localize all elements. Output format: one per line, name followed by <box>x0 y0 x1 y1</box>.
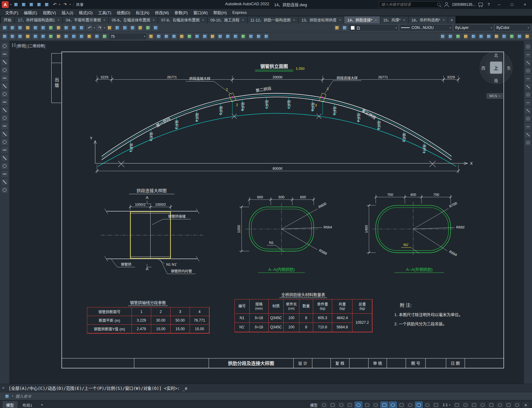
draworder-front-icon[interactable] <box>439 33 446 40</box>
menu-dimension[interactable]: 标注(N) <box>133 10 152 15</box>
stretch-icon[interactable] <box>209 33 216 40</box>
layer-states-icon[interactable] <box>341 24 348 31</box>
infer-constraints-icon[interactable] <box>337 402 345 408</box>
region-icon[interactable] <box>1 170 8 178</box>
cut-icon[interactable] <box>55 24 62 31</box>
quick-properties-icon[interactable] <box>479 402 487 408</box>
tab-close-icon[interactable]: × <box>153 18 155 22</box>
model-space-toggle[interactable]: 模型 <box>308 402 319 408</box>
menu-insert[interactable]: 插入(I) <box>59 10 76 15</box>
zoom-realtime-icon[interactable] <box>114 24 121 31</box>
pan-icon[interactable] <box>106 24 113 31</box>
annotation-visibility-icon[interactable] <box>424 402 431 408</box>
osnap-icon[interactable] <box>32 33 39 40</box>
tab-close-icon[interactable]: × <box>202 18 204 22</box>
tool-palettes-icon[interactable] <box>152 24 159 31</box>
navigation-wheel-icon[interactable] <box>525 43 531 50</box>
units-icon[interactable] <box>470 402 478 408</box>
zoom-window-icon[interactable] <box>525 83 531 90</box>
tab-doc-05-6[interactable]: 05-6、左幅总体布置图× <box>109 16 158 23</box>
polar-tracking-icon[interactable] <box>355 402 362 408</box>
redo-caret-icon[interactable]: ▾ <box>104 26 105 29</box>
ucs-icon[interactable] <box>525 115 531 122</box>
regen-icon[interactable] <box>485 33 492 40</box>
new-tab-button[interactable]: + <box>448 16 456 23</box>
selection-cycling-icon[interactable] <box>86 33 93 40</box>
line-icon[interactable] <box>1 42 8 50</box>
menu-help[interactable]: 帮助(H) <box>211 10 230 15</box>
ortho-icon[interactable] <box>17 33 24 40</box>
app-logo-icon[interactable]: A <box>2 1 9 8</box>
tab-doc-07-8[interactable]: 07-8、右幅总体布置图× <box>158 16 207 23</box>
transparency-icon[interactable] <box>70 33 77 40</box>
viewcube-top-face[interactable]: 上 <box>490 61 502 74</box>
tab-doc-04[interactable]: 04、平面布置示意图× <box>63 16 108 23</box>
layer-properties-icon[interactable] <box>333 24 341 31</box>
plot-preview-icon[interactable] <box>40 24 47 31</box>
move-icon[interactable] <box>186 33 193 40</box>
plotstyle-dropdown[interactable]: ByColor ▾ <box>495 24 531 31</box>
break-icon[interactable] <box>232 33 239 40</box>
tab-doc-13[interactable]: 13、拱肋坐标预拱度× <box>298 16 344 23</box>
qnew-icon[interactable] <box>1 24 8 31</box>
menu-view[interactable]: 视图(V) <box>40 10 59 15</box>
account-icon[interactable] <box>444 2 449 7</box>
search-input[interactable] <box>380 2 437 7</box>
spline-icon[interactable] <box>1 106 8 114</box>
close-button[interactable]: × <box>520 0 530 9</box>
qnew-icon[interactable] <box>13 2 19 8</box>
help-icon[interactable]: ? <box>486 2 491 7</box>
plot-icon[interactable] <box>32 24 39 31</box>
polygon-icon[interactable] <box>1 66 8 74</box>
match-properties-icon[interactable] <box>78 24 85 31</box>
array-icon[interactable] <box>178 33 185 40</box>
save-as-icon[interactable] <box>24 24 31 31</box>
isodraft-icon[interactable] <box>363 402 371 408</box>
command-recent-caret-icon[interactable]: ▾ <box>12 395 13 398</box>
model-tab[interactable]: 模型 <box>2 401 18 408</box>
polar-icon[interactable] <box>24 33 31 40</box>
draworder-back-icon[interactable] <box>447 33 454 40</box>
publish-icon[interactable] <box>47 24 54 31</box>
transparency-icon[interactable] <box>398 402 405 408</box>
menu-modify[interactable]: 修改(M) <box>152 10 172 15</box>
maximize-button[interactable]: □ <box>507 0 517 9</box>
erase-icon[interactable] <box>148 33 155 40</box>
scale-icon[interactable] <box>201 33 208 40</box>
zoom-previous-icon[interactable] <box>129 24 136 31</box>
viewport-visual-style-control[interactable]: [二维线框] <box>28 43 45 49</box>
command-input-placeholder[interactable]: 键入命令 <box>15 393 31 399</box>
redraw-icon[interactable] <box>493 33 500 40</box>
viewcube-west[interactable]: 西 <box>481 65 485 71</box>
ungroup-icon[interactable] <box>462 33 469 40</box>
viewcube[interactable]: 北 南 西 东 上 <box>480 51 512 84</box>
command-input-row[interactable]: ▾ 键入命令 <box>0 392 532 400</box>
app-menu-caret-icon[interactable]: ▾ <box>10 3 11 6</box>
steering-wheel-icon[interactable] <box>525 131 531 138</box>
make-block-icon[interactable] <box>1 138 8 146</box>
ducs-icon[interactable] <box>47 33 54 40</box>
share-button[interactable]: 共享 <box>76 2 84 7</box>
otrack-icon[interactable] <box>372 402 380 408</box>
lineweight-display-icon[interactable] <box>389 402 397 408</box>
multiline-text-icon[interactable] <box>1 186 8 194</box>
ortho-toggle-icon[interactable] <box>346 402 354 408</box>
menu-parametric[interactable]: 参数(P) <box>172 10 191 15</box>
lock-ui-icon[interactable] <box>487 402 495 408</box>
rotate-icon[interactable] <box>194 33 201 40</box>
hatch-icon[interactable] <box>1 154 8 162</box>
zoom-extents-icon[interactable] <box>525 99 531 106</box>
explode-icon[interactable] <box>263 33 270 40</box>
tab-doc-17[interactable]: 17、吊杆锚固构造图1× <box>15 16 63 23</box>
selection-cycling-icon[interactable] <box>406 402 414 408</box>
group-icon[interactable] <box>455 33 462 40</box>
viewcube-south[interactable]: 南 <box>494 77 498 83</box>
undo-icon[interactable]: ↶ <box>51 2 57 8</box>
chamfer-icon[interactable] <box>247 33 254 40</box>
grid-icon[interactable] <box>9 33 16 40</box>
fillet-icon[interactable] <box>255 33 262 40</box>
tab-close-icon[interactable]: × <box>242 18 244 22</box>
tab-close-icon[interactable]: × <box>443 18 445 22</box>
annotation-monitor-icon[interactable] <box>462 402 469 408</box>
redo-icon[interactable]: ↷ <box>62 2 68 8</box>
